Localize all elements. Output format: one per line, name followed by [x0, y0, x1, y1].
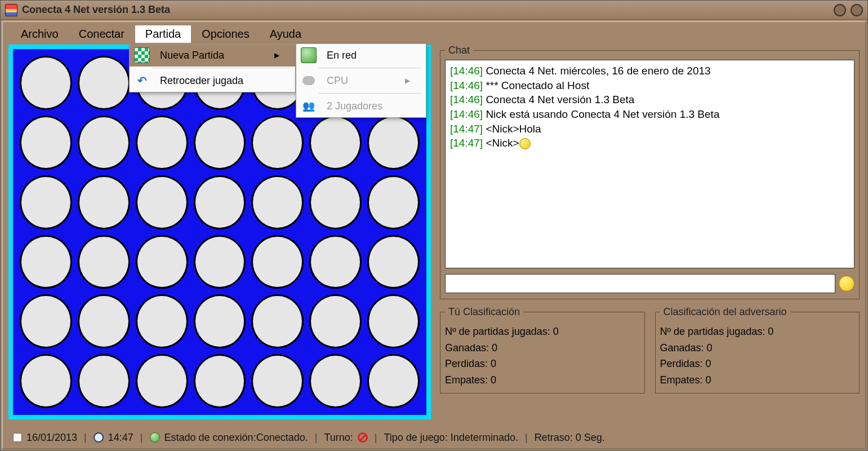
maximize-button[interactable]	[851, 4, 863, 16]
board-cell[interactable]	[309, 235, 362, 289]
submenu-arrow-icon: ▶	[274, 51, 279, 59]
wink-emoji-icon	[519, 138, 531, 149]
status-turn-label: Turno:	[324, 432, 353, 444]
board-cell[interactable]	[309, 294, 362, 348]
titlebar[interactable]: Conecta 4 Net versión 1.3 Beta	[1, 1, 867, 20]
board-cell[interactable]	[309, 175, 362, 229]
menuitem-nueva-partida[interactable]: Nueva Partida ▶	[130, 44, 295, 67]
menu-opciones[interactable]: Opciones	[192, 25, 260, 43]
board-cell[interactable]	[78, 294, 130, 348]
menuitem-2jugadores[interactable]: 👥 2 Jugadores	[296, 95, 426, 117]
menuitem-label: 2 Jugadores	[327, 100, 382, 112]
chat-line: [14:47] <Nick>	[450, 136, 849, 151]
dropdown-partida: Nueva Partida ▶ ↶ Retroceder jugada	[129, 43, 296, 92]
board-cell[interactable]	[20, 235, 72, 289]
globe-icon	[301, 47, 317, 63]
menu-archivo[interactable]: Archivo	[11, 25, 69, 43]
score-line: Ganadas: 0	[445, 340, 640, 356]
board-cell[interactable]	[251, 116, 304, 170]
menuitem-label: En red	[327, 50, 357, 61]
board-cell[interactable]	[367, 294, 420, 348]
board-cell[interactable]	[136, 116, 188, 170]
board-cell[interactable]	[194, 354, 246, 408]
statusbar: 16/01/2013 | 14:47 | Estado de conexión:…	[8, 429, 860, 446]
score-line: Empates: 0	[660, 372, 855, 388]
menubar: Archivo Conectar Partida Opciones Ayuda	[8, 24, 860, 43]
board-cell[interactable]	[78, 235, 130, 289]
dropdown-nueva-partida: En red CPU ▶ 👥 2 Jugadores	[296, 43, 426, 118]
menu-separator	[319, 93, 421, 94]
menuitem-label: Nueva Partida	[160, 50, 224, 61]
emoji-button[interactable]	[839, 276, 854, 291]
app-window: Conecta 4 Net versión 1.3 Beta Archivo C…	[0, 0, 868, 451]
app-icon	[5, 4, 17, 16]
board-cell[interactable]	[367, 354, 420, 408]
chat-input[interactable]	[445, 274, 835, 293]
board-cell[interactable]	[251, 175, 304, 229]
board-cell[interactable]	[20, 294, 72, 348]
board-cell[interactable]	[309, 116, 362, 170]
submenu-arrow-icon: ▶	[405, 77, 410, 85]
board-cell[interactable]	[78, 116, 130, 170]
menuitem-cpu[interactable]: CPU ▶	[296, 69, 426, 92]
board-cell[interactable]	[20, 354, 72, 408]
board-cell[interactable]	[78, 56, 130, 110]
chat-line: [14:46] Conecta 4 Net versión 1.3 Beta	[450, 92, 849, 107]
undo-icon: ↶	[134, 73, 150, 89]
board-cell[interactable]	[20, 175, 72, 229]
board-cell[interactable]	[367, 235, 420, 289]
opponent-score-legend: Clasificación del adversario	[660, 304, 790, 320]
menuitem-label: CPU	[327, 75, 348, 87]
board-cell[interactable]	[20, 116, 72, 170]
menu-separator	[319, 68, 421, 68]
board-cell[interactable]	[194, 116, 246, 170]
opponent-score-panel: Clasificación del adversario Nº de parti…	[655, 304, 860, 393]
board-cell[interactable]	[136, 354, 188, 408]
score-line: Empates: 0	[445, 372, 640, 388]
chat-line: [14:46] Nick está usando Conecta 4 Net v…	[450, 107, 849, 122]
status-connection: Estado de conexión:Conectado.	[164, 432, 308, 444]
menuitem-en-red[interactable]: En red	[296, 44, 426, 67]
board-cell[interactable]	[309, 354, 362, 408]
board-cell[interactable]	[78, 175, 130, 229]
checker-icon	[134, 47, 150, 63]
menuitem-label: Retroceder jugada	[160, 75, 243, 87]
chat-line: [14:46] *** Conectado al Host	[450, 78, 849, 93]
board-cell[interactable]	[78, 354, 130, 408]
score-line: Nº de partidas jugadas: 0	[445, 324, 640, 340]
your-score-panel: Tú Clasificación Nº de partidas jugadas:…	[440, 304, 645, 393]
chat-panel: Chat [14:46] Conecta 4 Net. miércoles, 1…	[440, 45, 860, 299]
score-line: Perdidas: 0	[445, 356, 640, 372]
status-time: 14:47	[108, 432, 133, 444]
board-cell[interactable]	[20, 56, 72, 110]
board-cell[interactable]	[251, 354, 304, 408]
menu-partida[interactable]: Partida	[135, 25, 192, 43]
board-cell[interactable]	[367, 116, 420, 170]
board-cell[interactable]	[251, 235, 304, 289]
globe-icon	[150, 432, 160, 443]
chat-log[interactable]: [14:46] Conecta 4 Net. miércoles, 16 de …	[445, 60, 854, 268]
menu-conectar[interactable]: Conectar	[69, 25, 135, 43]
calendar-icon	[13, 433, 22, 442]
forbidden-icon	[358, 432, 368, 443]
board-cell[interactable]	[136, 235, 188, 289]
clock-icon	[94, 432, 104, 443]
board-cell[interactable]	[367, 175, 420, 229]
menuitem-retroceder[interactable]: ↶ Retroceder jugada	[130, 69, 295, 92]
board-cell[interactable]	[251, 294, 304, 348]
board-cell[interactable]	[194, 294, 246, 348]
board-cell[interactable]	[136, 175, 188, 229]
menu-ayuda[interactable]: Ayuda	[260, 25, 311, 43]
score-line: Perdidas: 0	[660, 356, 855, 372]
board-cell[interactable]	[194, 235, 246, 289]
chat-line: [14:47] <Nick>Hola	[450, 122, 849, 136]
status-date: 16/01/2013	[26, 432, 77, 444]
people-icon: 👥	[301, 98, 317, 114]
cloud-icon	[301, 73, 317, 89]
chat-legend: Chat	[445, 45, 473, 56]
minimize-button[interactable]	[834, 4, 846, 16]
board-cell[interactable]	[136, 294, 188, 348]
board-cell[interactable]	[194, 175, 246, 229]
window-title: Conecta 4 Net versión 1.3 Beta	[22, 4, 170, 16]
status-delay: Retraso: 0 Seg.	[535, 432, 605, 444]
